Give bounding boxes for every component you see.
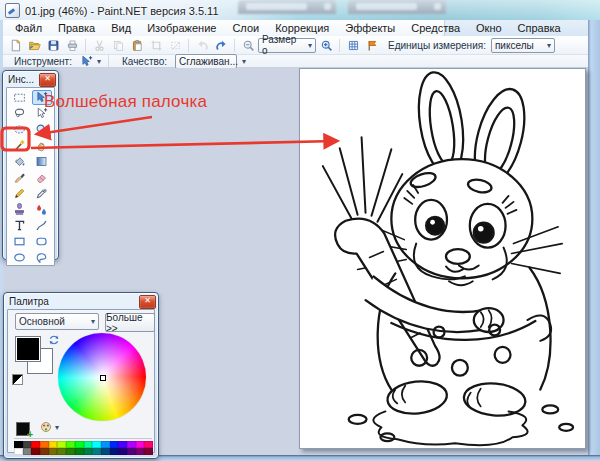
tool-zoom[interactable] xyxy=(32,122,52,137)
palette-swatch[interactable] xyxy=(75,441,84,448)
menu-item-Окно[interactable]: Окно xyxy=(468,20,510,36)
palette-swatch[interactable] xyxy=(144,441,153,448)
zoom-level-combobox[interactable]: Размер о▾ xyxy=(258,38,316,53)
menu-item-Справка[interactable]: Справка xyxy=(510,20,569,36)
zoom-out-button[interactable] xyxy=(239,37,257,53)
tool-text[interactable] xyxy=(10,218,30,233)
tool-move-selected-pixels[interactable] xyxy=(32,90,52,105)
palette-menu-button[interactable]: ▾ xyxy=(40,421,59,433)
palette-swatch[interactable] xyxy=(49,448,58,455)
clone-stamp-icon xyxy=(13,203,26,216)
new-file-button[interactable] xyxy=(6,37,24,53)
tool-freeform-shape[interactable] xyxy=(32,250,52,265)
divider xyxy=(14,438,152,439)
tool-paintbrush[interactable] xyxy=(10,170,30,185)
tool-pencil[interactable] xyxy=(10,186,30,201)
palette-swatch[interactable] xyxy=(14,441,23,448)
tool-paint-bucket[interactable] xyxy=(10,154,30,169)
tool-recolor[interactable] xyxy=(32,202,52,217)
open-file-button[interactable] xyxy=(25,37,43,53)
palette-swatch[interactable] xyxy=(23,441,32,448)
units-flag-button[interactable] xyxy=(363,37,381,53)
tool-line-curve[interactable] xyxy=(32,218,52,233)
tool-clone-stamp[interactable] xyxy=(10,202,30,217)
palette-swatch[interactable] xyxy=(92,441,101,448)
close-icon[interactable]: ✕ xyxy=(39,73,56,87)
palette-swatch[interactable] xyxy=(101,448,110,455)
palette-swatch[interactable] xyxy=(31,441,40,448)
palette-swatch[interactable] xyxy=(118,448,127,455)
menu-item-Правка[interactable]: Правка xyxy=(50,20,103,36)
palette-swatch[interactable] xyxy=(144,448,153,455)
tool-magic-wand[interactable] xyxy=(10,138,30,153)
color-wheel[interactable] xyxy=(58,333,146,421)
palette-more-button[interactable]: Больше >> xyxy=(105,313,155,332)
canvas[interactable] xyxy=(299,68,586,449)
print-button[interactable] xyxy=(63,37,81,53)
zoom-in-button[interactable] xyxy=(317,37,335,53)
tool-eraser[interactable] xyxy=(32,170,52,185)
palette-swatch[interactable] xyxy=(40,448,49,455)
move-selected-pixels-icon xyxy=(80,55,93,68)
palette-mode-combobox[interactable]: Основной ▾ xyxy=(15,313,99,330)
palette-swatch[interactable] xyxy=(66,441,75,448)
palette-window-titlebar[interactable]: Палитра ✕ xyxy=(4,293,158,309)
palette-swatch[interactable] xyxy=(57,448,66,455)
tool-rectangle[interactable] xyxy=(10,234,30,249)
tool-lasso-select[interactable] xyxy=(10,106,30,121)
palette-swatch[interactable] xyxy=(84,448,93,455)
menu-item-Файл[interactable]: Файл xyxy=(7,20,50,36)
swap-colors-icon[interactable] xyxy=(48,334,60,346)
text-icon xyxy=(13,219,26,232)
tool-ellipse-select[interactable] xyxy=(10,122,30,137)
menu-item-Вид[interactable]: Вид xyxy=(103,20,139,36)
quality-combobox[interactable]: Сглаживан... ▾ xyxy=(175,54,237,69)
palette-swatch[interactable] xyxy=(49,441,58,448)
window-title: 01.jpg (46%) - Paint.NET версия 3.5.11 xyxy=(25,5,219,17)
palette-swatch[interactable] xyxy=(14,448,23,455)
menu-item-Средства[interactable]: Средства xyxy=(403,20,468,36)
palette-swatch[interactable] xyxy=(110,448,119,455)
grid-button[interactable] xyxy=(344,37,362,53)
palette-swatch[interactable] xyxy=(31,448,40,455)
add-color-to-palette-icon[interactable] xyxy=(16,422,30,436)
tools-window-titlebar[interactable]: Инс... ✕ xyxy=(3,71,58,87)
tool-color-picker[interactable] xyxy=(32,186,52,201)
palette-swatch[interactable] xyxy=(136,441,145,448)
save-button[interactable] xyxy=(44,37,62,53)
ellipse-select-icon xyxy=(13,123,26,136)
units-combobox[interactable]: пикселы▾ xyxy=(491,38,555,53)
menu-item-Эффекты[interactable]: Эффекты xyxy=(337,20,403,36)
quality-label: Качество: xyxy=(122,56,167,67)
paste-button[interactable] xyxy=(128,37,146,53)
tool-ellipse[interactable] xyxy=(10,250,30,265)
default-colors-icon[interactable] xyxy=(12,374,23,385)
palette-swatch[interactable] xyxy=(118,441,127,448)
tool-move-selection[interactable] xyxy=(32,106,52,121)
chevron-down-icon[interactable]: ▾ xyxy=(97,57,101,66)
palette-swatch[interactable] xyxy=(127,448,136,455)
redo-button[interactable] xyxy=(212,37,230,53)
tool-rectangle-select[interactable] xyxy=(10,90,30,105)
palette-swatch[interactable] xyxy=(57,441,66,448)
palette-swatch[interactable] xyxy=(23,448,32,455)
current-tool-button[interactable] xyxy=(80,55,93,68)
palette-swatch[interactable] xyxy=(75,448,84,455)
palette-swatch[interactable] xyxy=(127,441,136,448)
palette-swatch[interactable] xyxy=(40,441,49,448)
close-icon[interactable]: ✕ xyxy=(139,295,156,309)
menu-item-Слои[interactable]: Слои xyxy=(224,20,267,36)
menu-item-Изображение[interactable]: Изображение xyxy=(139,20,224,36)
palette-swatch[interactable] xyxy=(136,448,145,455)
palette-swatch[interactable] xyxy=(92,448,101,455)
tool-rounded-rectangle[interactable] xyxy=(32,234,52,249)
tool-gradient[interactable] xyxy=(32,154,52,169)
palette-swatch[interactable] xyxy=(110,441,119,448)
freeform-shape-icon xyxy=(35,251,48,264)
primary-color-swatch[interactable] xyxy=(15,336,41,362)
palette-swatch[interactable] xyxy=(66,448,75,455)
tool-pan[interactable] xyxy=(32,138,52,153)
palette-swatch[interactable] xyxy=(101,441,110,448)
toolbar-separator xyxy=(234,39,235,52)
palette-swatch[interactable] xyxy=(84,441,93,448)
